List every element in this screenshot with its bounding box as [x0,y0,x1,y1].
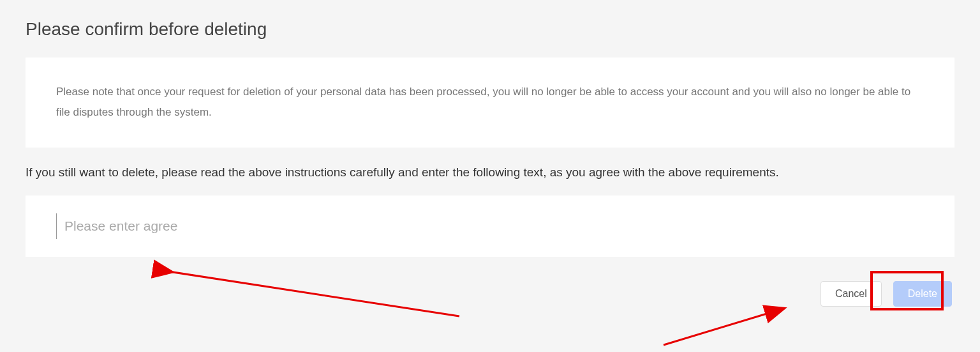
cancel-button[interactable]: Cancel [820,281,882,307]
agree-input[interactable] [56,213,924,239]
instruction-text: If you still want to delete, please read… [26,165,954,180]
input-box [26,195,954,257]
button-row: Cancel Delete [26,281,954,307]
delete-confirmation-panel: Please confirm before deleting Please no… [0,0,980,326]
notice-box: Please note that once your request for d… [26,57,954,148]
notice-text: Please note that once your request for d… [56,82,924,123]
delete-button[interactable]: Delete [893,281,952,307]
page-title: Please confirm before deleting [26,19,954,40]
